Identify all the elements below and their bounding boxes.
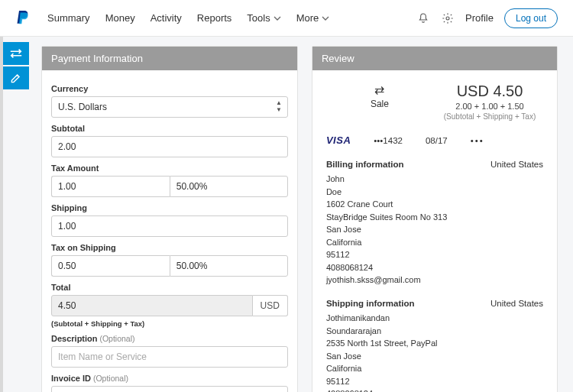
top-bar: Summary Money Activity Reports Tools Mor… [0, 0, 573, 37]
subtotal-input[interactable] [51, 136, 288, 157]
card-summary-row: VISA •••1432 08/17 ••• [322, 128, 548, 155]
billing-line: John [326, 173, 543, 186]
card-more-icon[interactable]: ••• [471, 136, 484, 145]
nav-money[interactable]: Money [105, 12, 135, 24]
invoice-id-label: Invoice ID (Optional) [51, 374, 288, 383]
sale-label: Sale [325, 99, 435, 109]
svg-point-0 [446, 17, 449, 20]
payment-panel: Payment Information Currency U.S. Dollar… [41, 46, 298, 392]
nav-tools-label: Tools [247, 12, 270, 24]
nav-summary[interactable]: Summary [47, 12, 90, 24]
payment-panel-title: Payment Information [42, 47, 297, 70]
shipping-line: 2535 North 1st Street, PayPal [326, 337, 543, 350]
total-input [51, 295, 253, 316]
total-formula: (Subtotal + Shipping + Tax) [51, 319, 288, 328]
shipping-country: United States [490, 297, 543, 310]
tax-on-shipping-label: Tax on Shipping [51, 243, 288, 252]
description-label: Description (Optional) [51, 334, 288, 343]
shipping-input[interactable] [51, 215, 288, 237]
currency-select[interactable]: U.S. Dollars [51, 96, 288, 118]
nav-tools[interactable]: Tools [247, 12, 280, 24]
billing-line: California [326, 236, 543, 249]
subtotal-label: Subtotal [51, 124, 288, 133]
billing-line: 4088068124 [326, 261, 543, 274]
sale-transfer-icon: ⇄ [325, 83, 435, 97]
chevron-down-icon [274, 15, 281, 22]
card-last4: •••1432 [374, 136, 403, 145]
shipping-line: Soundararajan [326, 325, 543, 338]
main-content: Payment Information Currency U.S. Dollar… [0, 37, 573, 392]
shipping-line: California [326, 362, 543, 375]
card-expiry: 08/17 [426, 136, 448, 145]
review-panel-title: Review [312, 47, 557, 70]
notifications-icon[interactable] [416, 11, 430, 25]
review-amount: USD 4.50 [435, 83, 545, 100]
review-breakdown: 2.00 + 1.00 + 1.50 [435, 102, 545, 111]
description-input[interactable] [51, 346, 288, 368]
chevron-down-icon [322, 15, 329, 22]
side-tools [3, 42, 29, 91]
compose-tool-icon[interactable] [3, 66, 29, 89]
review-panel: Review ⇄ Sale USD 4.50 2.00 + 1.00 + 1.5… [312, 46, 558, 392]
billing-info: Billing information United States John D… [322, 155, 548, 294]
tax-ship-percent-input[interactable] [170, 255, 288, 277]
shipping-line: 4088068124 [326, 387, 543, 392]
invoice-id-input[interactable] [51, 386, 288, 392]
paypal-logo [15, 9, 31, 28]
main-nav: Summary Money Activity Reports Tools Mor… [47, 12, 329, 24]
shipping-line: Jothimanikandan [326, 312, 543, 325]
billing-line: StayBridge Suites Room No 313 [326, 211, 543, 224]
nav-activity[interactable]: Activity [151, 12, 182, 24]
card-brand-icon: VISA [326, 134, 351, 146]
billing-line: San Jose [326, 223, 543, 236]
nav-more[interactable]: More [296, 12, 330, 24]
shipping-line: 95112 [326, 375, 543, 388]
nav-more-label: More [296, 12, 319, 24]
profile-link[interactable]: Profile [465, 12, 494, 24]
total-unit: USD [253, 295, 288, 316]
logout-button[interactable]: Log out [504, 8, 558, 28]
nav-reports[interactable]: Reports [197, 12, 232, 24]
billing-country: United States [490, 158, 543, 171]
shipping-heading: Shipping information [326, 297, 415, 310]
transfer-tool-icon[interactable] [3, 42, 29, 65]
billing-line: 1602 Crane Court [326, 198, 543, 211]
billing-line: Doe [326, 186, 543, 199]
tax-ship-amount-input[interactable] [51, 255, 170, 277]
currency-label: Currency [51, 84, 288, 93]
billing-line: jyothish.skss@gmail.com [326, 274, 543, 287]
tax-label: Tax Amount [51, 164, 288, 173]
top-right: Profile Log out [416, 8, 558, 28]
billing-heading: Billing information [326, 158, 404, 171]
settings-icon[interactable] [441, 11, 455, 25]
shipping-info: Shipping information United States Jothi… [322, 294, 548, 392]
tax-amount-input[interactable] [51, 176, 170, 197]
shipping-line: San Jose [326, 350, 543, 363]
billing-line: 95112 [326, 248, 543, 261]
total-label: Total [51, 283, 288, 292]
tax-percent-input[interactable] [170, 176, 288, 197]
shipping-label: Shipping [51, 203, 288, 212]
review-breakdown-note: (Subtotal + Shipping + Tax) [435, 112, 545, 121]
